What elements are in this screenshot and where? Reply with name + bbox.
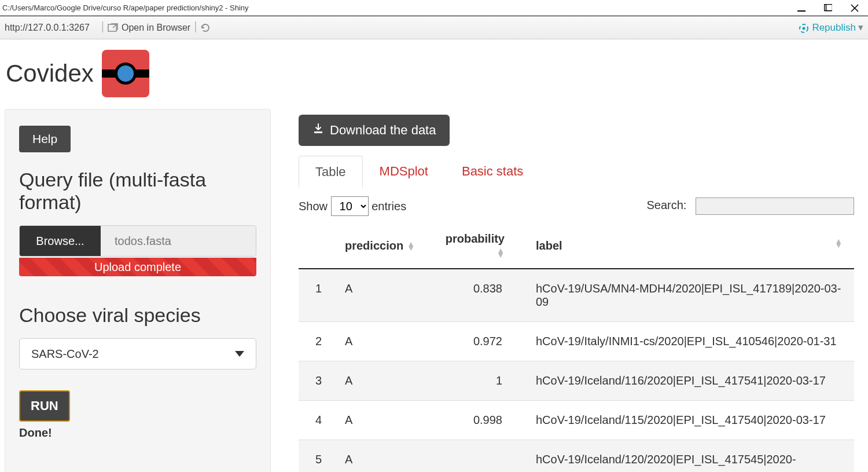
cell-prob	[432, 440, 524, 473]
col-index[interactable]	[299, 223, 333, 269]
open-in-browser-label: Open in Browser	[122, 23, 190, 33]
species-select[interactable]: SARS-CoV-2	[19, 338, 256, 369]
svg-point-7	[803, 27, 806, 30]
show-prefix: Show	[299, 200, 328, 213]
upload-progress-bar: Upload complete	[19, 258, 256, 276]
cell-label: hCoV-19/Iceland/120/2020|EPI_ISL_417545|…	[524, 440, 854, 473]
republish-button[interactable]: Republish ▾	[798, 21, 863, 34]
help-button[interactable]: Help	[19, 126, 71, 152]
table-row: 4 A 0.998 hCoV-19/Iceland/115/2020|EPI_I…	[299, 401, 854, 440]
search-input[interactable]	[696, 197, 854, 215]
republish-caret-icon: ▾	[858, 21, 863, 34]
tab-table[interactable]: Table	[299, 156, 363, 188]
cell-prob: 1	[432, 361, 524, 401]
search-control: Search:	[647, 197, 855, 215]
col-label[interactable]: label▲▼	[524, 223, 854, 269]
show-suffix: entries	[372, 200, 406, 213]
search-label: Search:	[647, 199, 687, 211]
sort-icon: ▲▼	[834, 239, 843, 248]
cell-pred: A	[333, 440, 432, 473]
cell-pred: A	[333, 401, 432, 440]
download-icon	[312, 123, 324, 138]
reload-button[interactable]	[200, 23, 214, 33]
download-label: Download the data	[330, 123, 436, 138]
results-table: prediccion▲▼ probability▲▼ label▲▼ 1 A 0…	[299, 223, 854, 472]
separator: |	[101, 20, 104, 33]
main-panel: Download the data Table MDSplot Basic st…	[275, 109, 868, 472]
datatable-controls: Show 10 entries Search:	[299, 196, 854, 216]
sort-icon: ▲▼	[407, 242, 415, 251]
separator: |	[194, 20, 197, 33]
cell-label: hCoV-19/Iceland/116/2020|EPI_ISL_417541|…	[524, 361, 854, 401]
app-title: Covidex	[6, 60, 94, 87]
cell-pred: A	[333, 269, 432, 322]
table-row: 2 A 0.972 hCoV-19/Italy/INMI1-cs/2020|EP…	[299, 322, 854, 361]
cell-pred: A	[333, 361, 432, 401]
download-data-button[interactable]: Download the data	[299, 115, 450, 146]
cell-index: 5	[299, 440, 333, 473]
window-titlebar: C:/Users/Marco/Google Drive/curso R/ape/…	[0, 0, 868, 16]
cell-label: hCoV-19/Italy/INMI1-cs/2020|EPI_ISL_4105…	[524, 322, 854, 361]
cell-label: hCoV-19/USA/MN4-MDH4/2020|EPI_ISL_417189…	[524, 269, 854, 322]
col-prediccion[interactable]: prediccion▲▼	[333, 223, 432, 269]
cell-prob: 0.838	[432, 269, 524, 322]
browse-button[interactable]: Browse...	[20, 226, 101, 256]
open-browser-icon	[108, 23, 118, 33]
cell-index: 4	[299, 401, 333, 440]
republish-icon	[798, 23, 808, 33]
page-length-select[interactable]: 10	[331, 196, 369, 216]
table-row: 3 A 1 hCoV-19/Iceland/116/2020|EPI_ISL_4…	[299, 361, 854, 401]
cell-label: hCoV-19/Iceland/115/2020|EPI_ISL_417540|…	[524, 401, 854, 440]
cell-index: 2	[299, 322, 333, 361]
col-probability[interactable]: probability▲▼	[432, 223, 524, 269]
app-toolbar: http://127.0.0.1:3267 | Open in Browser …	[0, 16, 868, 39]
sidebar-panel: Help Query file (multi-fasta format) Bro…	[5, 109, 271, 472]
app-header: Covidex	[0, 39, 868, 104]
tab-mdsplot[interactable]: MDSplot	[363, 155, 445, 187]
reload-icon	[200, 23, 211, 33]
window-controls	[795, 2, 866, 14]
republish-label: Republish	[812, 22, 856, 34]
tabs: Table MDSplot Basic stats	[299, 155, 854, 187]
run-button[interactable]: RUN	[19, 390, 70, 422]
table-row: 1 A 0.838 hCoV-19/USA/MN4-MDH4/2020|EPI_…	[299, 269, 854, 322]
cell-prob: 0.972	[432, 322, 524, 361]
minimize-button[interactable]	[795, 2, 808, 14]
app-logo-icon	[102, 50, 149, 97]
species-heading: Choose viral species	[19, 304, 256, 327]
url-text: http://127.0.0.1:3267	[5, 23, 90, 33]
open-in-browser-button[interactable]: Open in Browser	[108, 23, 190, 33]
species-selected-value: SARS-CoV-2	[31, 347, 99, 361]
maximize-button[interactable]	[822, 2, 834, 14]
cell-pred: A	[333, 322, 432, 361]
page-length-control: Show 10 entries	[299, 196, 406, 216]
sort-icon: ▲▼	[496, 248, 505, 257]
window-title: C:/Users/Marco/Google Drive/curso R/ape/…	[2, 3, 795, 12]
cell-prob: 0.998	[432, 401, 524, 440]
svg-rect-2	[826, 4, 833, 10]
close-button[interactable]	[848, 2, 861, 14]
query-file-heading: Query file (multi-fasta format)	[19, 169, 256, 214]
cell-index: 3	[299, 361, 333, 401]
svg-rect-0	[797, 10, 806, 12]
table-row: 5 A hCoV-19/Iceland/120/2020|EPI_ISL_417…	[299, 440, 854, 473]
file-name-text: todos.fasta	[101, 226, 256, 256]
file-input[interactable]: Browse... todos.fasta	[19, 225, 256, 257]
chevron-down-icon	[235, 351, 244, 357]
status-text: Done!	[19, 426, 256, 440]
cell-index: 1	[299, 269, 333, 322]
tab-basic-stats[interactable]: Basic stats	[445, 155, 540, 187]
